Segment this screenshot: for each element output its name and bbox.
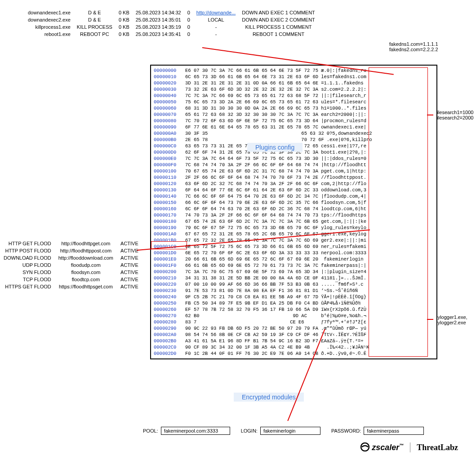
process-type: D & E — [74, 9, 116, 16]
hex-bytes: 7C 7C 3A 7C 64 64 6F 73 5F 72 75 6C 65 7… — [185, 156, 318, 161]
hex-bytes: 70 67 65 74 2E 63 6F 6D 2C 31 7C 68 74 7… — [185, 168, 318, 174]
hex-ascii: com,2|http://flo — [321, 181, 366, 187]
hex-row: 00000250FB C5 50 34 89 7F E5 9B EF D1 EA… — [154, 300, 434, 306]
hex-row: 000000106C 65 73 3D 66 61 6B 65 64 6E 73… — [154, 74, 434, 80]
hex-ascii: ûÅP4‰å›ïÑê%Ûð½ — [321, 300, 360, 306]
hex-row: 000001102F 2F 66 6C 6F 6F 64 68 74 74 70… — [154, 174, 434, 181]
label-encrypted-modules: Encrypted modules — [234, 393, 304, 402]
flood-url: http://floodhttppost.com — [55, 247, 117, 254]
hex-ascii: æ.0|:|fakedns_ru — [321, 67, 366, 74]
hex-row: 0000018067 65 74 2E 63 6F 6D 2C 7C 3A 7C… — [154, 218, 434, 225]
process-date: 25.08.2023 14:35:01 — [133, 16, 184, 23]
hex-offset: 000000F0 — [154, 162, 185, 168]
hex-ascii: ƒ7fyª™.+'#†J*ž[ε — [321, 319, 366, 325]
hex-offset: 00000170 — [154, 212, 185, 218]
process-type: REBOOT PC — [74, 31, 116, 38]
process-size: 0 KB — [116, 23, 133, 31]
hex-bytes: 83 7 CE E6 — [185, 319, 318, 325]
hex-row: 000002B0A3 41 61 5A E1 96 8D FF B1 7B 54… — [154, 338, 434, 344]
hex-ascii: //floodhttppost. — [321, 174, 366, 181]
hex-ascii: loodtcp.com,6|ht — [321, 206, 366, 212]
hex-ascii: |procmon_rules=d — [321, 118, 366, 124]
hex-offset: 00000130 — [154, 187, 185, 193]
hex-row: 0000017074 70 73 3A 2F 2F 66 6C 6F 6F 64… — [154, 212, 434, 218]
process-size: 0 KB — [116, 31, 133, 38]
flood-label: HTTP GET FLOOD — [0, 240, 55, 247]
connector-fs — [427, 115, 433, 115]
hex-bytes: 90 9C 22 93 FB DB 6D F5 20 72 BE 50 97 2… — [185, 326, 318, 331]
hex-bytes: 7C 68 74 74 70 3A 2F 2F 66 6C 6F 6F 64 6… — [185, 162, 318, 168]
hex-row: 000000807C 70 72 6F 63 6D 6F 6E 5F 72 75… — [154, 118, 434, 124]
hex-dump: 00000000E6 07 30 7C 3A 7C 66 61 6B 65 64… — [150, 65, 437, 359]
hex-row: 000000E07C 7C 3A 7C 64 64 6F 73 5F 72 75… — [154, 155, 434, 162]
hex-ascii: .œ"“ûÛmõ rŒP— yú — [321, 325, 366, 332]
hex-ascii: ‘~Ss.~Š˜êïñ6Ñ — [321, 288, 358, 294]
hex-ascii: |:|plugin_size=4 — [321, 269, 366, 275]
hex-offset: 000001A0 — [154, 231, 185, 237]
hex-ascii: ownandexec1.exe| — [321, 124, 366, 130]
hex-row: 000001606C 6F 6F 64 74 63 70 2E 63 6F 6D… — [154, 206, 434, 212]
hex-offset: 000000B0 — [154, 137, 185, 143]
process-url: http://downande... — [193, 9, 239, 16]
hex-ascii: fakeminerlogin — [321, 256, 366, 262]
pool-value: fakeminerpool.com:3333 — [161, 427, 230, 435]
process-url-link[interactable]: http://downande... — [196, 10, 236, 15]
flood-url: floodudp.com — [55, 261, 117, 269]
hex-offset: 00000250 — [154, 300, 185, 306]
hex-row: 000002409F C5 2B 7C 21 70 C8 C8 EA 81 EE… — [154, 294, 434, 300]
hex-offset: 000000D0 — [154, 149, 185, 155]
label-plugins-config: Plugins config — [247, 143, 303, 152]
hex-bytes: 7C 66 6C 6F 6F 64 75 64 70 2E 63 6F 6D 2… — [185, 194, 318, 199]
password-value: fakeminerpass — [364, 427, 424, 435]
process-flag: 0 — [184, 16, 193, 23]
flood-status: ACTIVE — [117, 240, 142, 247]
hex-offset: 00000220 — [154, 281, 185, 288]
hex-row: 000000407C 7C 3A 7C 66 69 6C 65 73 65 61… — [154, 93, 434, 99]
hex-offset: 00000200 — [154, 269, 185, 275]
process-comment: KILL PROCESS 1 COMMENT — [239, 23, 318, 31]
flood-label: HTTPS GET FLOOD — [0, 283, 55, 290]
flood-row: HTTP POST FLOODhttp://floodhttppost.comA… — [0, 247, 142, 254]
hex-ascii: ïWx{rX2põ6.û.fZÙ — [321, 306, 366, 313]
hex-offset: 00000140 — [154, 193, 185, 199]
hex-ascii: .....¯fm6f»S³.c — [321, 281, 364, 288]
hex-offset: 00000060 — [154, 105, 185, 111]
connector-kl — [427, 319, 433, 320]
hex-offset: 00000290 — [154, 325, 185, 332]
hex-row: 000002007C 3A 7C 70 6C 75 67 69 6E 5F 73… — [154, 269, 434, 275]
hex-ascii: |floodudp.com,4| — [321, 193, 366, 199]
hex-bytes: 67 65 74 2E 63 6F 6D 2C 7C 3A 7C 7C 3A 7… — [185, 219, 318, 224]
hex-ascii: tps://floodhttps — [321, 212, 366, 218]
process-flag: 0 — [184, 23, 193, 31]
hex-offset: 000002A0 — [154, 332, 185, 338]
hex-bytes: 66 6C 6F 6F 64 73 79 6E 2E 63 6F 6D 2C 3… — [185, 200, 318, 205]
hex-offset: 00000090 — [154, 124, 185, 130]
process-size: 0 KB — [116, 16, 133, 23]
process-file: downandexec2.exe — [25, 16, 74, 23]
login-label: LOGIN: — [241, 428, 258, 433]
flood-url: https://floodhttpsget.com — [55, 283, 117, 290]
flood-label: UDP FLOOD — [0, 261, 55, 269]
hex-bytes: 68 31 3D 31 30 30 30 0D 0A 2A 2E 66 69 6… — [185, 106, 318, 111]
hex-offset: 00000070 — [154, 111, 185, 118]
hex-row: 000001306F 64 64 6F 77 6E 6C 6F 61 64 2E… — [154, 187, 434, 193]
hex-row: 0000028083 7 CE E6 ƒ7fyª™.+'#†J*ž[ε — [154, 319, 434, 325]
flood-status: ACTIVE — [117, 283, 142, 290]
hex-offset: 000001B0 — [154, 237, 185, 243]
flood-row: HTTP GET FLOODhttp://floodhttpget.comACT… — [0, 240, 142, 247]
flood-status: ACTIVE — [117, 261, 142, 269]
hex-row: 000001F066 61 6B 65 6D 69 6E 65 72 70 61… — [154, 262, 434, 269]
hex-bytes: 6E 65 72 70 6F 6F 6C 2E 63 6F 6D 3A 33 3… — [185, 250, 318, 256]
process-comment: DOWN AND EXEC 1 COMMENT — [239, 9, 318, 16]
hex-bytes: 30 3F 35 65 63 32 — [185, 131, 324, 136]
hex-bytes: 2F 2F 66 6C 6F 6F 64 68 74 74 70 70 6F 7… — [185, 175, 318, 180]
hex-ascii: 41181.]»...ŠJmÎ. — [321, 275, 366, 281]
process-type: KILL PROCESS — [74, 23, 116, 31]
hex-offset: 000000E0 — [154, 155, 185, 162]
hex-ascii: nerpool.com:3333 — [321, 250, 366, 256]
hex-ascii: cess1.exe|1?7,re — [321, 143, 366, 149]
flood-label: TCP FLOOD — [0, 276, 55, 283]
hex-offset: 00000160 — [154, 206, 185, 212]
hex-row: 0000029090 9C 22 93 FB DB 6D F5 20 72 BE… — [154, 325, 434, 332]
process-file: downandexec1.exe — [25, 9, 74, 16]
